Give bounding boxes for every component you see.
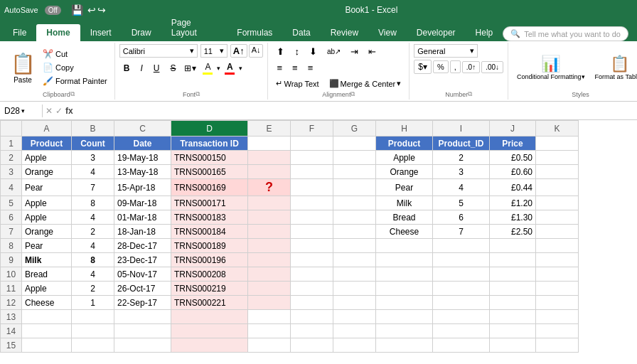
cell-i1[interactable]: Product_ID bbox=[433, 136, 490, 151]
row-header[interactable]: 12 bbox=[1, 296, 22, 310]
align-right-button[interactable]: ≡ bbox=[304, 60, 318, 75]
cell-k13[interactable] bbox=[536, 310, 579, 324]
cell-d11[interactable]: TRNS000219 bbox=[171, 282, 248, 296]
cell-j4[interactable]: £0.44 bbox=[490, 179, 536, 196]
cell-i8[interactable] bbox=[433, 239, 490, 253]
cell-k1[interactable] bbox=[536, 136, 579, 151]
tab-formulas[interactable]: Formulas bbox=[227, 24, 282, 41]
cell-k7[interactable] bbox=[536, 225, 579, 239]
wrap-text-button[interactable]: ↵ Wrap Text bbox=[272, 77, 322, 90]
cell-k10[interactable] bbox=[536, 267, 579, 282]
tab-page-layout[interactable]: Page Layout bbox=[161, 14, 228, 41]
col-header-d[interactable]: D bbox=[171, 121, 248, 136]
cell-a1[interactable]: Product bbox=[22, 136, 72, 151]
cell-j14[interactable] bbox=[490, 324, 536, 338]
insert-function-icon[interactable]: fx bbox=[65, 106, 73, 116]
cell-h4[interactable]: Pear bbox=[376, 179, 433, 196]
paste-button[interactable]: 📋 Paste bbox=[7, 49, 38, 85]
row-header[interactable]: 10 bbox=[1, 267, 22, 282]
cell-b8[interactable]: 4 bbox=[72, 239, 114, 253]
cell-h8[interactable] bbox=[376, 239, 433, 253]
align-middle-button[interactable]: ↕ bbox=[290, 44, 304, 59]
percent-button[interactable]: % bbox=[433, 60, 449, 73]
bold-button[interactable]: B bbox=[119, 61, 134, 75]
cell-d10[interactable]: TRNS000208 bbox=[171, 267, 248, 282]
cell-c3[interactable]: 13-May-18 bbox=[114, 165, 171, 179]
cell-a6[interactable]: Apple bbox=[22, 210, 72, 225]
cell-g9[interactable] bbox=[333, 253, 376, 267]
col-header-f[interactable]: F bbox=[291, 121, 333, 136]
font-expand-icon[interactable]: ⧉ bbox=[196, 90, 200, 98]
cell-f1[interactable] bbox=[291, 136, 333, 151]
underline-button[interactable]: U bbox=[149, 61, 164, 75]
cell-e13[interactable] bbox=[248, 310, 291, 324]
cell-a3[interactable]: Orange bbox=[22, 165, 72, 179]
cell-d13[interactable] bbox=[171, 310, 248, 324]
row-header[interactable]: 1 bbox=[1, 136, 22, 151]
font-name-dropdown[interactable]: Calibri ▾ bbox=[119, 44, 198, 58]
cell-d12[interactable]: TRNS000221 bbox=[171, 296, 248, 310]
cell-d2[interactable]: TRNS000150 bbox=[171, 151, 248, 165]
row-header[interactable]: 9 bbox=[1, 253, 22, 267]
increase-font-size-button[interactable]: A↑ bbox=[230, 44, 247, 58]
cell-j12[interactable] bbox=[490, 296, 536, 310]
increase-decimal-button[interactable]: .0↑ bbox=[462, 61, 480, 73]
fill-color-button[interactable]: A bbox=[200, 60, 215, 76]
indent-decrease-button[interactable]: ⇤ bbox=[364, 44, 380, 59]
row-header[interactable]: 15 bbox=[1, 338, 22, 353]
tab-insert[interactable]: Insert bbox=[80, 24, 122, 41]
decrease-font-size-button[interactable]: A↓ bbox=[249, 44, 264, 58]
cell-k12[interactable] bbox=[536, 296, 579, 310]
cell-j15[interactable] bbox=[490, 338, 536, 353]
row-header[interactable]: 7 bbox=[1, 225, 22, 239]
row-header[interactable]: 6 bbox=[1, 210, 22, 225]
merge-center-button[interactable]: ⬛ Merge & Center ▾ bbox=[326, 77, 405, 90]
cell-f5[interactable] bbox=[291, 196, 333, 210]
cell-b14[interactable] bbox=[72, 324, 114, 338]
cell-i2[interactable]: 2 bbox=[433, 151, 490, 165]
cell-c12[interactable]: 22-Sep-17 bbox=[114, 296, 171, 310]
conditional-formatting-button[interactable]: 📊 Conditional Formatting▾ bbox=[513, 52, 589, 83]
cell-f12[interactable] bbox=[291, 296, 333, 310]
font-size-dropdown[interactable]: 11 ▾ bbox=[200, 44, 228, 58]
tab-draw[interactable]: Draw bbox=[122, 24, 161, 41]
cell-g12[interactable] bbox=[333, 296, 376, 310]
cell-a11[interactable]: Apple bbox=[22, 282, 72, 296]
cell-j1[interactable]: Price bbox=[490, 136, 536, 151]
alignment-expand-icon[interactable]: ⧉ bbox=[350, 90, 355, 98]
cell-k6[interactable] bbox=[536, 210, 579, 225]
cell-f13[interactable] bbox=[291, 310, 333, 324]
tab-data[interactable]: Data bbox=[282, 24, 320, 41]
cell-a13[interactable] bbox=[22, 310, 72, 324]
tab-help[interactable]: Help bbox=[466, 24, 503, 41]
tell-me-box[interactable]: 🔍 Tell me what you want to do bbox=[503, 26, 628, 41]
orient-text-button[interactable]: ab↗ bbox=[323, 44, 345, 59]
cell-h7[interactable]: Cheese bbox=[376, 225, 433, 239]
cell-e4[interactable]: ? bbox=[248, 179, 291, 196]
cell-h15[interactable] bbox=[376, 338, 433, 353]
format-as-table-button[interactable]: 📋 Format as Table▾ bbox=[591, 52, 637, 83]
cell-i12[interactable] bbox=[433, 296, 490, 310]
cell-b2[interactable]: 3 bbox=[72, 151, 114, 165]
cell-a12[interactable]: Cheese bbox=[22, 296, 72, 310]
cell-j10[interactable] bbox=[490, 267, 536, 282]
cell-b3[interactable]: 4 bbox=[72, 165, 114, 179]
cell-c6[interactable]: 01-Mar-18 bbox=[114, 210, 171, 225]
cell-j7[interactable]: £2.50 bbox=[490, 225, 536, 239]
cell-a15[interactable] bbox=[22, 338, 72, 353]
tab-file[interactable]: File bbox=[3, 24, 36, 41]
redo-icon[interactable]: ↪ bbox=[97, 4, 106, 16]
cell-k4[interactable] bbox=[536, 179, 579, 196]
cell-b15[interactable] bbox=[72, 338, 114, 353]
cell-e8[interactable] bbox=[248, 239, 291, 253]
cell-k3[interactable] bbox=[536, 165, 579, 179]
cell-f2[interactable] bbox=[291, 151, 333, 165]
decrease-decimal-button[interactable]: .00↓ bbox=[481, 61, 503, 73]
cell-e5[interactable] bbox=[248, 196, 291, 210]
cell-c14[interactable] bbox=[114, 324, 171, 338]
cell-e10[interactable] bbox=[248, 267, 291, 282]
cell-f15[interactable] bbox=[291, 338, 333, 353]
cell-k11[interactable] bbox=[536, 282, 579, 296]
clipboard-expand-icon[interactable]: ⧉ bbox=[70, 90, 75, 98]
cell-d15[interactable] bbox=[171, 338, 248, 353]
